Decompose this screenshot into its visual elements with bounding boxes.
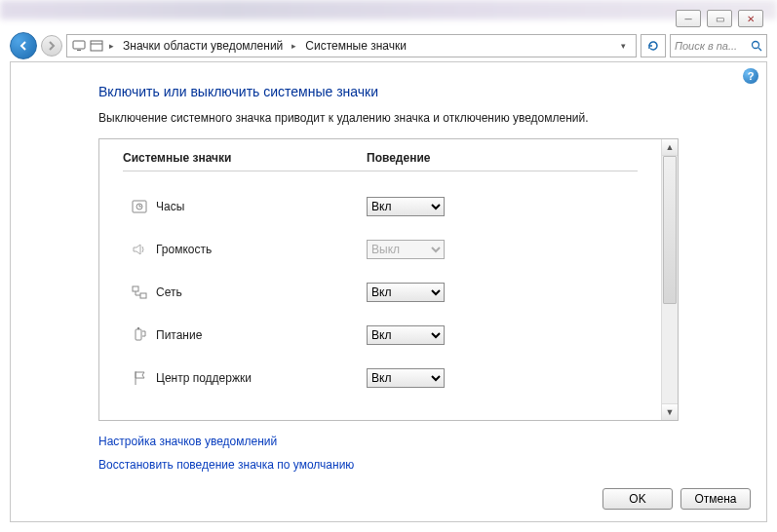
clock-icon [123,198,156,215]
nav-forward-button[interactable] [41,35,62,57]
restore-button[interactable]: ▭ [707,10,732,27]
link-customize-notification-icons[interactable]: Настройка значков уведомлений [98,435,679,448]
table-row: Сеть Вкл [123,271,638,314]
row-label-clock: Часы [156,200,367,213]
svg-rect-1 [77,50,81,51]
icons-table: Системные значки Поведение Часы Вкл [98,138,679,421]
page-description: Выключение системного значка приводит к … [98,111,679,125]
search-icon [751,40,762,52]
column-behavior: Поведение [367,151,430,165]
row-label-volume: Громкость [156,243,367,256]
flag-icon [123,369,156,387]
breadcrumb-sep-icon: ▸ [106,41,117,51]
dialog-buttons: OK Отмена [602,488,751,510]
page-title: Включить или выключить системные значки [98,84,679,99]
scroll-down-icon[interactable]: ▼ [662,403,678,420]
scroll-track[interactable] [662,156,678,403]
content-panel: ? Включить или выключить системные значк… [10,61,767,522]
table-row: Громкость Выкл [123,228,638,271]
row-label-network: Сеть [156,285,367,299]
help-icon[interactable]: ? [743,68,758,84]
svg-line-5 [758,48,761,51]
links-section: Настройка значков уведомлений Восстанови… [98,435,679,472]
breadcrumb[interactable]: ▸ Значки области уведомлений ▸ Системные… [66,34,637,57]
minimize-button[interactable]: ─ [676,10,701,27]
address-bar: ▸ Значки области уведомлений ▸ Системные… [10,32,767,59]
svg-rect-10 [133,286,138,291]
behavior-select-power[interactable]: Вкл [367,325,445,345]
breadcrumb-item-system-icons[interactable]: Системные значки [301,37,410,55]
svg-rect-13 [137,327,139,329]
arrow-left-icon [18,40,29,52]
window-controls: ─ ▭ ✕ [676,10,763,27]
search-placeholder: Поиск в па... [675,40,737,52]
tray-icon [89,38,104,54]
monitor-icon [71,38,87,54]
svg-rect-0 [73,41,85,49]
scroll-up-icon[interactable]: ▲ [662,139,678,156]
svg-point-4 [753,42,759,49]
breadcrumb-dropdown-icon[interactable]: ▾ [615,41,632,51]
volume-icon [123,241,156,258]
background-blur [0,0,777,19]
scrollbar[interactable]: ▲ ▼ [661,139,678,420]
arrow-right-icon [47,41,57,51]
behavior-select-network[interactable]: Вкл [367,283,445,302]
refresh-icon [646,39,660,53]
svg-rect-12 [136,329,141,340]
column-headers: Системные значки Поведение [123,151,638,171]
search-input[interactable]: Поиск в па... [670,34,767,57]
network-icon [123,284,156,301]
table-row: Центр поддержки Вкл [123,357,638,399]
scroll-thumb[interactable] [663,156,677,304]
row-label-power: Питание [156,328,367,342]
close-button[interactable]: ✕ [738,10,763,27]
refresh-button[interactable] [641,34,666,57]
table-row: Часы Вкл [123,185,638,228]
behavior-select-clock[interactable]: Вкл [367,197,445,216]
ok-button[interactable]: OK [602,488,673,510]
nav-back-button[interactable] [10,32,37,59]
behavior-select-action-center[interactable]: Вкл [367,368,445,388]
table-row: Питание Вкл [123,314,638,357]
column-system-icons: Системные значки [123,151,367,165]
svg-rect-11 [140,293,146,298]
breadcrumb-sep-icon: ▸ [289,41,299,51]
svg-rect-2 [91,41,102,51]
row-label-action-center: Центр поддержки [156,371,367,385]
cancel-button[interactable]: Отмена [680,488,751,510]
breadcrumb-item-notification-icons[interactable]: Значки области уведомлений [119,37,287,55]
link-restore-defaults[interactable]: Восстановить поведение значка по умолчан… [98,458,679,472]
behavior-select-volume: Выкл [367,240,445,259]
power-icon [123,326,156,344]
